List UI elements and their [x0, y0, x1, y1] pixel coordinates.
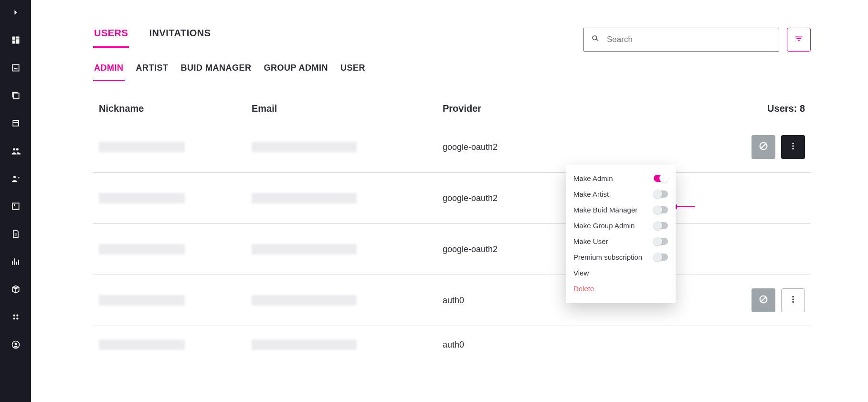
search-box[interactable]	[583, 28, 779, 52]
ban-icon	[758, 141, 769, 153]
svg-point-2	[16, 315, 18, 317]
menu-option-make-buid-manager[interactable]: Make Buid Manager	[573, 202, 668, 218]
menu-option-premium-subscription[interactable]: Premium subscription	[573, 249, 668, 265]
column-provider: Provider	[443, 103, 586, 114]
redacted-email	[252, 142, 357, 152]
menu-option-make-artist[interactable]: Make Artist	[573, 186, 668, 202]
account-icon[interactable]	[8, 337, 23, 352]
cube-icon[interactable]	[8, 282, 23, 297]
chevron-right-icon[interactable]	[8, 5, 23, 20]
menu-option-make-group-admin[interactable]: Make Group Admin	[573, 218, 668, 233]
svg-point-0	[13, 204, 15, 206]
annotation-arrow	[676, 206, 695, 207]
table-row: auth0	[93, 326, 811, 352]
provider-cell: google-oauth2	[443, 142, 586, 152]
svg-point-3	[13, 317, 15, 319]
row-actions	[752, 135, 805, 159]
tab-secondary-group-admin[interactable]: GROUP ADMIN	[263, 60, 329, 81]
redacted-nickname	[99, 244, 185, 254]
toolbar	[583, 28, 811, 52]
redacted-nickname	[99, 339, 185, 350]
row-actions	[752, 288, 805, 312]
tab-primary-invitations[interactable]: INVITATIONS	[148, 24, 212, 48]
filter-icon	[794, 33, 804, 46]
document-icon[interactable]	[8, 226, 23, 242]
more-button[interactable]	[781, 288, 805, 312]
table-row: google-oauth2	[93, 122, 811, 173]
main-content: USERSINVITATIONS ADMINARTISTBUID MANAGER…	[31, 0, 868, 402]
collections-icon[interactable]	[8, 88, 23, 103]
dashboard-icon[interactable]	[8, 32, 23, 48]
sidebar	[0, 0, 31, 402]
ban-icon	[758, 294, 769, 307]
more-vertical-icon	[788, 141, 798, 153]
users-icon[interactable]	[8, 143, 23, 159]
redacted-email	[252, 193, 357, 203]
more-button[interactable]	[781, 135, 805, 159]
svg-point-9	[792, 145, 794, 147]
toggle[interactable]	[654, 222, 668, 229]
svg-point-8	[792, 143, 794, 144]
block-button[interactable]	[752, 288, 775, 312]
provider-cell: google-oauth2	[443, 244, 586, 254]
svg-point-10	[792, 148, 794, 149]
tab-secondary-user[interactable]: USER	[339, 60, 366, 81]
menu-option-label: Make Group Admin	[573, 222, 635, 230]
svg-point-6	[14, 343, 17, 345]
column-email: Email	[252, 103, 443, 114]
provider-cell: auth0	[443, 296, 586, 306]
svg-point-20	[792, 296, 794, 297]
table-row: google-oauth2	[93, 173, 811, 224]
menu-option-make-user[interactable]: Make User	[573, 233, 668, 249]
art-icon[interactable]	[8, 199, 23, 214]
menu-option-label: Make Buid Manager	[573, 206, 637, 214]
menu-option-label: Premium subscription	[573, 253, 642, 261]
row-actions-menu: Make AdminMake ArtistMake Buid ManagerMa…	[566, 165, 676, 303]
toggle[interactable]	[654, 206, 668, 213]
toggle[interactable]	[654, 190, 668, 198]
tab-secondary-buid-manager[interactable]: BUID MANAGER	[180, 60, 253, 81]
redacted-email	[252, 339, 357, 350]
toggle[interactable]	[654, 238, 668, 245]
tabs-secondary: ADMINARTISTBUID MANAGERGROUP ADMINUSER	[93, 60, 811, 81]
redacted-email	[252, 295, 357, 306]
menu-option-make-admin[interactable]: Make Admin	[573, 170, 668, 186]
table-row: auth0	[93, 275, 811, 326]
menu-view[interactable]: View	[573, 265, 668, 281]
redacted-nickname	[99, 142, 185, 152]
provider-cell: google-oauth2	[443, 193, 586, 203]
redacted-nickname	[99, 193, 185, 203]
table-body: google-oauth2google-oauth2google-oauth2a…	[93, 122, 811, 352]
more-vertical-icon	[788, 294, 798, 307]
menu-delete[interactable]: Delete	[573, 281, 668, 296]
users-count: Users: 8	[767, 103, 805, 114]
tab-primary-users[interactable]: USERS	[93, 24, 129, 48]
provider-cell: auth0	[443, 340, 586, 350]
toggle[interactable]	[654, 175, 668, 182]
column-nickname: Nickname	[99, 103, 252, 114]
block-button[interactable]	[752, 135, 775, 159]
table-row: google-oauth2	[93, 224, 811, 275]
tab-secondary-admin[interactable]: ADMIN	[93, 60, 125, 81]
calendar-icon[interactable]	[8, 116, 23, 131]
toggle[interactable]	[654, 254, 668, 261]
svg-point-22	[792, 301, 794, 303]
svg-point-1	[13, 315, 15, 317]
menu-option-label: Make Admin	[573, 174, 613, 182]
menu-option-label: Make Artist	[573, 190, 609, 198]
analytics-icon[interactable]	[8, 254, 23, 269]
menu-option-label: Make User	[573, 237, 608, 245]
redacted-nickname	[99, 295, 185, 306]
search-icon	[591, 34, 600, 45]
redacted-email	[252, 244, 357, 254]
svg-point-21	[792, 298, 794, 300]
user-check-icon[interactable]	[8, 171, 23, 186]
tab-secondary-artist[interactable]: ARTIST	[135, 60, 169, 81]
filter-button[interactable]	[787, 28, 811, 52]
svg-point-4	[16, 317, 18, 319]
apps-icon[interactable]	[8, 309, 23, 325]
search-input[interactable]	[606, 34, 772, 45]
table-header: Nickname Email Provider Users: 8	[93, 103, 811, 122]
image-icon[interactable]	[8, 60, 23, 75]
